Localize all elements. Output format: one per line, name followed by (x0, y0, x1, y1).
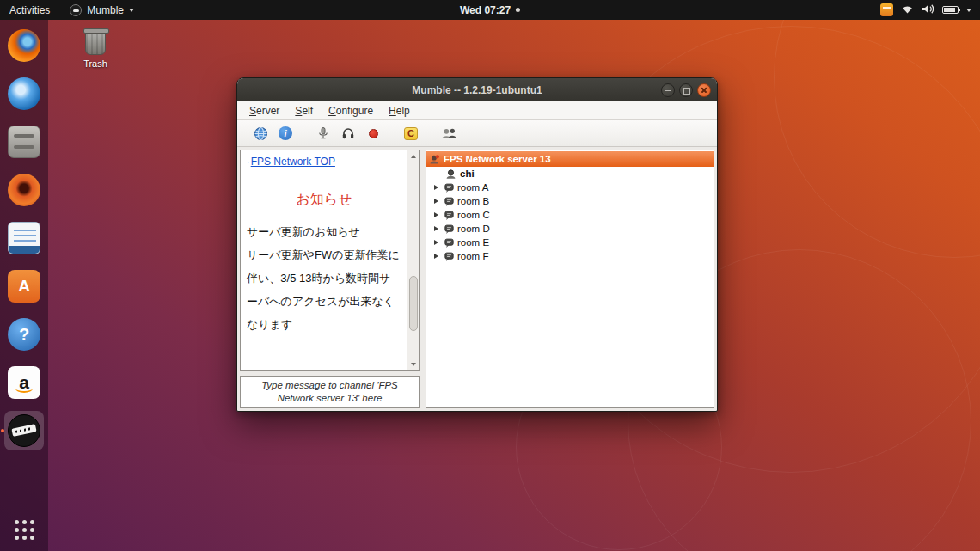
record-icon[interactable] (363, 123, 383, 144)
expander-icon[interactable] (432, 238, 441, 247)
tree-row-server[interactable]: FPS Network server 13 (426, 151, 714, 167)
user-label: chi (460, 168, 475, 179)
user-icon (445, 168, 456, 180)
minimize-button[interactable] (661, 83, 675, 97)
amazon-icon: a (8, 366, 40, 399)
menu-self[interactable]: Self (287, 103, 321, 119)
information-icon[interactable]: i (275, 123, 296, 144)
connect-icon[interactable] (250, 123, 271, 144)
trash-can-icon (85, 31, 106, 55)
app-menu[interactable]: Mumble (70, 4, 134, 16)
log-scrollbar[interactable] (407, 150, 419, 370)
tree-row-channel[interactable]: room C (426, 208, 714, 222)
toolbar: i C (237, 120, 717, 147)
expander-icon[interactable] (432, 197, 441, 205)
server-icon (429, 154, 440, 165)
wifi-icon[interactable] (901, 3, 914, 17)
show-applications-button[interactable] (15, 520, 34, 540)
log-link[interactable]: FPS Network TOP (251, 156, 335, 168)
tree-row-channel[interactable]: room D (426, 222, 714, 236)
tree-row-channel[interactable]: room A (426, 181, 714, 194)
dock-item-help[interactable]: ? (4, 315, 44, 354)
channel-label: room F (457, 251, 488, 261)
panel-splitter[interactable] (420, 150, 426, 408)
list-bullet: · (247, 156, 250, 167)
comment-icon[interactable]: C (401, 123, 421, 144)
dock-item-amazon[interactable]: a (4, 363, 44, 402)
trash-desktop-icon[interactable]: Trash (76, 31, 115, 69)
titlebar[interactable]: Mumble -- 1.2.19-1ubuntu1 (237, 78, 717, 101)
menu-help[interactable]: Help (381, 103, 418, 119)
message-log: · FPS Network TOP お知らせ サーバ更新のお知らせ サーバ更新や… (240, 150, 420, 371)
window-content: · FPS Network TOP お知らせ サーバ更新のお知らせ サーバ更新や… (240, 150, 714, 408)
activities-button[interactable]: Activities (0, 0, 59, 20)
window-controls (661, 78, 711, 101)
app-indicator-icon[interactable] (880, 3, 893, 16)
dock-item-files[interactable] (4, 122, 44, 162)
maximize-button[interactable] (679, 83, 693, 97)
dock-item-ubuntu-software[interactable]: A (4, 266, 44, 306)
expander-icon[interactable] (432, 183, 441, 192)
menu-bar: Server Self Configure Help (237, 101, 717, 120)
menu-configure[interactable]: Configure (321, 103, 381, 119)
scroll-down-icon[interactable] (407, 359, 419, 370)
files-icon (8, 126, 40, 158)
users-icon[interactable] (438, 123, 459, 144)
volume-icon[interactable] (922, 3, 934, 17)
tree-row-channel[interactable]: room E (426, 236, 714, 249)
dock-item-thunderbird[interactable] (4, 74, 44, 113)
notification-dot-icon (516, 8, 520, 12)
menu-server[interactable]: Server (242, 103, 287, 119)
tree-row-channel[interactable]: room F (426, 249, 714, 263)
expander-icon[interactable] (432, 252, 441, 260)
running-indicator-dot (1, 429, 4, 432)
chevron-down-icon[interactable] (966, 9, 971, 12)
app-menu-label: Mumble (87, 4, 124, 16)
channel-label: room C (457, 210, 490, 220)
channel-icon (444, 182, 455, 193)
mumble-app-icon (70, 4, 82, 16)
log-paragraph: サーバ更新のお知らせ (247, 220, 401, 243)
channel-label: room B (457, 196, 489, 206)
help-icon: ? (8, 318, 40, 351)
wallpaper-circle (774, 0, 980, 258)
thunderbird-icon (8, 77, 40, 110)
channel-icon (444, 223, 455, 235)
dock-item-libreoffice-writer[interactable] (4, 218, 44, 258)
deafen-self-icon[interactable] (338, 123, 358, 144)
window-title: Mumble -- 1.2.19-1ubuntu1 (412, 84, 542, 96)
chat-input-placeholder: Type message to channel 'FPS Network ser… (254, 379, 406, 405)
ubuntu-software-icon: A (8, 270, 40, 303)
scrollbar-thumb[interactable] (409, 276, 418, 331)
battery-icon[interactable] (942, 6, 959, 14)
dock: A ? a (0, 20, 48, 551)
notice-title: お知らせ (247, 191, 401, 209)
dock-item-firefox[interactable] (4, 26, 44, 65)
dock-item-mumble[interactable] (4, 411, 44, 450)
channel-icon (444, 196, 455, 207)
clock-label: Wed 07:27 (460, 4, 511, 16)
server-label: FPS Network server 13 (444, 154, 551, 164)
channel-icon (444, 210, 455, 221)
mute-self-icon[interactable] (313, 123, 334, 144)
mumble-icon (8, 414, 40, 447)
tree-row-channel[interactable]: room B (426, 194, 714, 208)
clock[interactable]: Wed 07:27 (460, 0, 520, 20)
expander-icon[interactable] (432, 211, 441, 219)
tree-row-user[interactable]: chi (426, 167, 714, 181)
libreoffice-writer-icon (8, 222, 40, 254)
channel-tree: FPS Network server 13 chi room A room B … (426, 150, 714, 408)
rhythmbox-icon (8, 174, 40, 206)
firefox-icon (8, 29, 40, 62)
system-status-area[interactable] (880, 0, 980, 20)
channel-label: room D (457, 223, 490, 234)
chevron-down-icon (129, 9, 134, 12)
close-button[interactable] (697, 83, 711, 97)
channel-icon (444, 237, 455, 248)
expander-icon[interactable] (432, 224, 441, 233)
chat-message-input[interactable]: Type message to channel 'FPS Network ser… (240, 376, 420, 408)
dock-item-rhythmbox[interactable] (4, 170, 44, 210)
mumble-window: Mumble -- 1.2.19-1ubuntu1 Server Self Co… (236, 77, 718, 412)
log-column: · FPS Network TOP お知らせ サーバ更新のお知らせ サーバ更新や… (240, 150, 420, 408)
scroll-up-icon[interactable] (407, 151, 419, 162)
